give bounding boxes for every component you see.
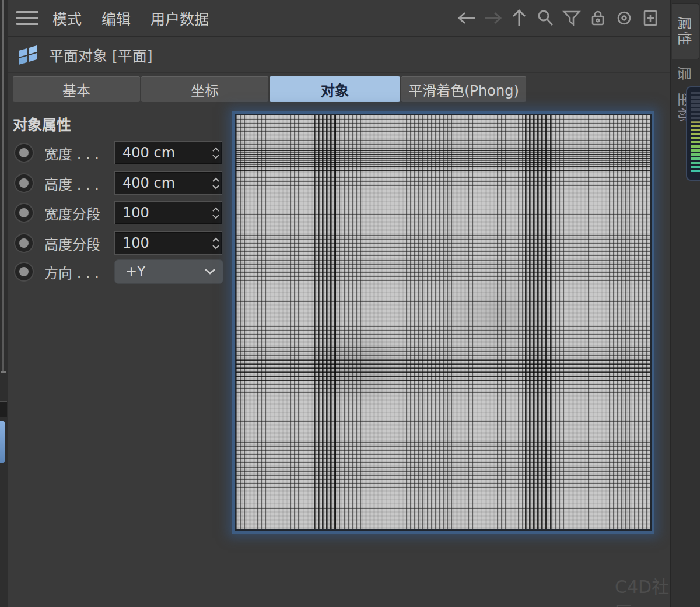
chevron-down-icon <box>204 268 216 275</box>
dock-tab-label: 层 <box>676 66 696 82</box>
object-title: 平面对象 [平面] <box>49 44 152 65</box>
dock-tab-attributes[interactable]: 属性 <box>672 3 699 59</box>
height-segments-value: 100 <box>115 235 149 251</box>
key-circle-icon[interactable] <box>13 261 35 283</box>
left-panel-highlight <box>0 421 5 463</box>
hamburger-menu-icon[interactable] <box>16 11 38 25</box>
property-label: 高度 . . . <box>44 173 107 194</box>
key-circle-icon[interactable] <box>13 232 35 254</box>
property-row-height-segments: 高度分段 100 <box>13 230 230 256</box>
attribute-panel: 模式 编辑 用户数据 <box>8 0 670 607</box>
stepper-down-icon[interactable] <box>212 214 220 219</box>
tab-object[interactable]: 对象 <box>270 76 400 102</box>
object-header: 平面对象 [平面] <box>8 37 670 73</box>
property-label: 方向 . . . <box>44 262 107 282</box>
menu-bar: 模式 编辑 用户数据 <box>8 0 670 37</box>
level-meter <box>686 86 700 181</box>
height-value: 400 cm <box>115 175 175 191</box>
height-stepper[interactable] <box>212 172 220 194</box>
right-dock: 属性 层 坐标 <box>670 0 700 607</box>
orientation-dropdown[interactable]: +Y <box>114 259 223 284</box>
stepper-up-icon[interactable] <box>212 237 220 243</box>
tab-phong[interactable]: 平滑着色(Phong) <box>401 76 526 102</box>
key-circle-icon[interactable] <box>13 142 35 164</box>
watermark: C4D社区 <box>615 573 670 607</box>
menu-user-data[interactable]: 用户数据 <box>150 8 209 29</box>
property-label: 宽度分段 <box>44 203 107 223</box>
panel-grip[interactable] <box>0 401 7 417</box>
stepper-down-icon[interactable] <box>212 244 220 250</box>
property-row-height: 高度 . . . 400 cm <box>13 170 230 196</box>
width-input[interactable]: 400 cm <box>114 141 222 164</box>
plane-object-icon <box>15 43 41 66</box>
panel-divider[interactable] <box>2 0 4 371</box>
tab-basic[interactable]: 基本 <box>13 76 140 102</box>
property-row-orientation: 方向 . . . +Y <box>13 259 230 285</box>
tab-coordinates[interactable]: 坐标 <box>141 76 268 102</box>
dock-tab-label: 属性 <box>676 16 696 47</box>
forward-arrow-icon[interactable] <box>483 8 503 28</box>
width-value: 400 cm <box>115 145 175 161</box>
up-arrow-icon[interactable] <box>509 8 529 28</box>
stepper-down-icon[interactable] <box>212 154 220 159</box>
stepper-up-icon[interactable] <box>212 207 220 212</box>
stepper-up-icon[interactable] <box>212 147 220 152</box>
search-icon[interactable] <box>536 8 555 28</box>
width-stepper[interactable] <box>212 142 220 164</box>
orientation-value: +Y <box>115 264 146 280</box>
stepper-up-icon[interactable] <box>212 177 220 183</box>
panel-divider-cap <box>1 371 6 373</box>
target-icon[interactable] <box>614 8 634 28</box>
width-segments-value: 100 <box>115 205 149 221</box>
level-meter-bars <box>691 92 700 174</box>
back-arrow-icon[interactable] <box>457 8 477 28</box>
property-row-width: 宽度 . . . 400 cm <box>13 140 230 166</box>
menu-mode[interactable]: 模式 <box>52 8 82 29</box>
property-label: 高度分段 <box>44 233 107 254</box>
lock-icon[interactable] <box>588 8 608 28</box>
height-segments-input[interactable]: 100 <box>114 231 222 255</box>
add-panel-icon[interactable] <box>640 8 660 28</box>
property-row-width-segments: 宽度分段 100 <box>13 200 230 226</box>
key-circle-icon[interactable] <box>13 202 35 224</box>
dock-tab-layers[interactable]: 层 <box>672 61 699 87</box>
c4d-attribute-manager: 模式 编辑 用户数据 <box>0 0 700 607</box>
height-input[interactable]: 400 cm <box>114 171 222 195</box>
filter-icon[interactable] <box>562 8 582 28</box>
width-segments-input[interactable]: 100 <box>114 201 222 224</box>
viewport-plane-preview[interactable] <box>235 114 652 531</box>
property-label: 宽度 . . . <box>44 143 107 163</box>
key-circle-icon[interactable] <box>13 172 35 194</box>
section-title: 对象属性 <box>13 113 71 134</box>
menu-edit[interactable]: 编辑 <box>102 8 131 29</box>
height-segments-stepper[interactable] <box>212 232 220 254</box>
left-panel-edge <box>0 0 8 607</box>
toolbar <box>457 8 664 28</box>
stepper-down-icon[interactable] <box>212 184 220 190</box>
attribute-tabs: 基本 坐标 对象 平滑着色(Phong) <box>13 76 526 102</box>
width-segments-stepper[interactable] <box>212 202 220 224</box>
